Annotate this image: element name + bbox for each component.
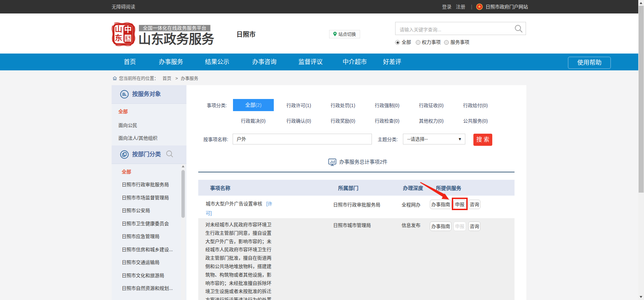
svg-text:国: 国: [124, 34, 131, 42]
svg-text:东: 东: [115, 34, 122, 42]
svg-text:山: 山: [115, 25, 122, 33]
svg-text:中: 中: [124, 25, 131, 34]
